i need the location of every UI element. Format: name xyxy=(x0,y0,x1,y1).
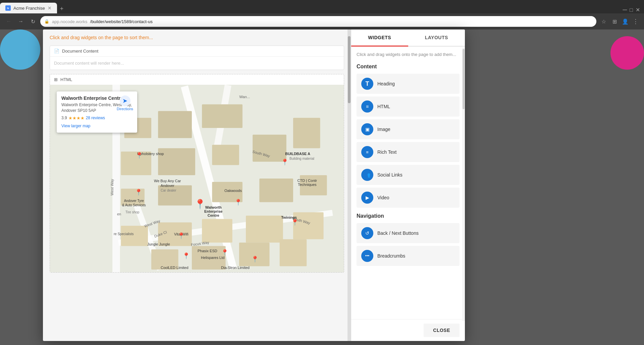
breadcrumbs-icon: ••• xyxy=(361,250,373,262)
back-next-label: Back / Next Buttons xyxy=(377,230,419,236)
navigation-section-title: Navigation xyxy=(357,213,460,219)
business-label-cooled: CoolLED Limited xyxy=(161,266,189,270)
left-panel: Click and drag widgets on the page to so… xyxy=(43,29,351,341)
svg-rect-9 xyxy=(202,104,243,128)
profile-button[interactable]: 👤 xyxy=(621,17,630,26)
tab-widgets[interactable]: WIDGETS xyxy=(351,29,408,47)
svg-rect-22 xyxy=(202,219,232,243)
heading-icon: T xyxy=(361,78,373,90)
left-scroll-thumb xyxy=(348,36,351,103)
map-pin-blue-9: 📍 xyxy=(251,256,259,263)
image-label: Image xyxy=(377,127,390,132)
html-icon: ≡ xyxy=(361,100,373,113)
business-label-en: en xyxy=(117,212,121,216)
forward-button[interactable]: → xyxy=(16,17,25,26)
business-label-diastron: Dia-Stron Limited xyxy=(221,266,250,270)
refresh-button[interactable]: ↻ xyxy=(28,17,38,26)
document-icon: 📄 xyxy=(54,49,59,54)
popup-rating: 3.9 ★★★★ 28 reviews xyxy=(61,116,132,121)
maximize-button[interactable]: □ xyxy=(630,7,633,13)
left-panel-hint: Click and drag widgets on the page to so… xyxy=(43,29,351,46)
back-next-icon: ↺ xyxy=(361,227,373,239)
video-icon: ▶ xyxy=(361,192,373,204)
business-label-re-specialists: re Specialists xyxy=(114,232,133,236)
business-label-walworth-enterprise: WalworthEnterpriseCentre xyxy=(204,205,222,217)
url-domain: app.nocode.works xyxy=(52,19,88,24)
social-links-label: Social Links xyxy=(377,172,402,178)
builder-modal: Click and drag widgets on the page to so… xyxy=(43,29,465,341)
close-window-button[interactable]: ✕ xyxy=(636,7,640,13)
widget-item-video[interactable]: ▶ Video xyxy=(357,188,460,208)
rating-stars: ★★★★ xyxy=(68,116,85,121)
widget-item-rich-text[interactable]: ≡ Rich Text xyxy=(357,142,460,162)
window-split-button[interactable]: ⊞ xyxy=(610,17,619,26)
menu-button[interactable]: ⋮ xyxy=(631,17,640,26)
widget-item-html[interactable]: ≡ HTML xyxy=(357,96,460,117)
right-panel-hint: Click and drag widgets onto the page to … xyxy=(357,52,460,57)
tab-close-button[interactable]: ✕ xyxy=(48,5,52,11)
html-widget-label: HTML xyxy=(60,77,72,82)
business-label-jungle-jungle: Jungle Jungle xyxy=(147,242,170,246)
business-label-webuyancar: We Buy Any CarAndover xyxy=(154,179,181,188)
map-info-popup: Walworth Enterprise Centre Walworth Ente… xyxy=(57,91,137,133)
html-widget[interactable]: ⊞ HTML xyxy=(50,74,344,273)
svg-rect-14 xyxy=(293,118,320,148)
business-label-oakwoods: Oakwoods xyxy=(224,189,242,193)
widget-item-breadcrumbs[interactable]: ••• Breadcrumbs xyxy=(357,246,460,266)
road-label-wan: Wan... xyxy=(239,95,250,99)
widget-item-social-links[interactable]: 👥 Social Links xyxy=(357,165,460,185)
bookmark-button[interactable]: ☆ xyxy=(599,17,608,26)
tab-title: Acme Franchise xyxy=(13,6,45,11)
html-widget-header: ⊞ HTML xyxy=(50,74,344,85)
map-pin-blue-5: 📍 xyxy=(177,232,185,239)
document-content-placeholder: Document content will render here... xyxy=(50,57,344,70)
svg-rect-23 xyxy=(246,216,283,243)
view-larger-map-link[interactable]: View larger map xyxy=(61,124,90,128)
tab-favicon: N xyxy=(5,5,11,11)
svg-rect-18 xyxy=(259,179,293,202)
directions-button[interactable]: ➤ Directions xyxy=(117,95,133,111)
right-panel-footer: CLOSE xyxy=(351,319,465,341)
document-content-widget[interactable]: 📄 Document Content Document content will… xyxy=(50,46,344,70)
widget-item-image[interactable]: ▣ Image xyxy=(357,119,460,139)
map-pin-blue-7: 📍 xyxy=(182,252,190,260)
right-panel-scrollbar[interactable] xyxy=(462,48,465,321)
directions-label: Directions xyxy=(117,107,133,111)
minimize-button[interactable]: ─ xyxy=(623,6,627,13)
business-label-phasix: Phasix ESD xyxy=(198,249,217,253)
rating-number: 3.9 xyxy=(61,116,67,120)
business-label-ctd: CTD | ContrTechniques xyxy=(298,179,317,187)
new-tab-button[interactable]: + xyxy=(57,4,66,13)
heading-label: Heading xyxy=(377,81,395,86)
map-pin-blue-6: 📍 xyxy=(291,219,299,226)
business-label-andover-tyre: Andover Tyre& Auto Services xyxy=(122,199,146,207)
business-label-andover-tyre-sub: Tire shop xyxy=(125,210,139,214)
map-pin-blue-1: 📍 xyxy=(136,152,143,159)
reviews-link[interactable]: 28 reviews xyxy=(86,116,105,120)
widget-item-heading[interactable]: T Heading xyxy=(357,74,460,94)
rich-text-icon: ≡ xyxy=(361,146,373,158)
browser-tab[interactable]: N Acme Franchise ✕ xyxy=(0,3,57,13)
close-button[interactable]: CLOSE xyxy=(424,324,460,337)
breadcrumbs-label: Breadcrumbs xyxy=(377,253,405,259)
right-panel-tabs: WIDGETS LAYOUTS xyxy=(351,29,465,47)
left-panel-scrollbar[interactable] xyxy=(347,29,351,341)
svg-rect-20 xyxy=(121,226,148,246)
right-panel-content: Click and drag widgets onto the page to … xyxy=(351,47,465,319)
right-scroll-thumb xyxy=(463,49,465,109)
lock-icon: 🔒 xyxy=(44,19,49,24)
html-grid-icon: ⊞ xyxy=(54,77,58,82)
widget-blocks: 📄 Document Content Document content will… xyxy=(43,46,351,273)
business-label-buildbase-sub: Building material xyxy=(289,157,314,160)
back-button[interactable]: ← xyxy=(4,17,13,26)
tab-layouts[interactable]: LAYOUTS xyxy=(408,29,465,46)
widget-item-back-next[interactable]: ↺ Back / Next Buttons xyxy=(357,223,460,243)
url-path: /builder/website/1589/contact-us xyxy=(90,19,153,24)
image-icon: ▣ xyxy=(361,123,373,135)
bg-decoration-left xyxy=(0,29,40,70)
map-pin-blue-3: 📍 xyxy=(234,199,242,206)
html-label: HTML xyxy=(377,104,390,109)
address-bar[interactable]: 🔒 app.nocode.works /builder/website/1589… xyxy=(40,16,596,27)
bg-decoration-right xyxy=(610,36,644,70)
content-section-title: Content xyxy=(357,64,460,70)
